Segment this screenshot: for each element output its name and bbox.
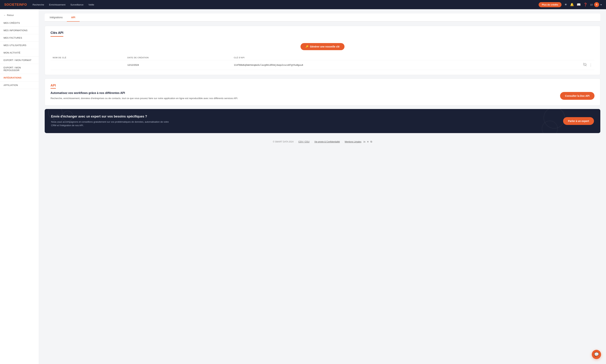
key-icon: 🔑 (305, 45, 308, 48)
main-content: Intégrations API Clés API 🔑 Générer une … (39, 9, 606, 364)
twitter-icon[interactable]: ✕ (367, 140, 369, 143)
col-date: DATE DE CRÉATION (125, 55, 232, 60)
footer-privacy[interactable]: Vie privée & Confidentialité (314, 141, 340, 143)
header-actions: Plus de crédits ☀ 🔔 📖 ❓ 10 S ▾ (539, 2, 602, 7)
api-keys-card: Clés API 🔑 Générer une nouvelle clé NOM … (45, 26, 600, 75)
sidebar: ← Retour MES CRÉDITS MES INFORMATIONS ME… (0, 9, 39, 364)
api-section-card: API Automatisez vos workflows grâce à no… (45, 78, 600, 105)
book-icon[interactable]: 📖 (577, 3, 581, 7)
bell-icon[interactable]: 🔔 (570, 3, 574, 7)
main-nav: Recherche Enrichissement Surveillance Ve… (33, 3, 539, 6)
hide-icon[interactable] (583, 63, 587, 67)
logo[interactable]: SOCIETEINFO (4, 3, 27, 7)
api-section-title: API (51, 84, 56, 89)
user-count: 10 (590, 3, 593, 6)
back-arrow-icon: ← (3, 14, 6, 16)
sidebar-item-informations[interactable]: MES INFORMATIONS (0, 27, 39, 34)
sidebar-item-activite[interactable]: MON ACTIVITÉ (0, 49, 39, 56)
table-row: 12/12/2024 114f60e6q5mmtmnqmokvlavg94idh… (51, 60, 594, 70)
chat-icon: 💬 (594, 352, 599, 357)
sidebar-item-export-format[interactable]: EXPORT / MON FORMAT (0, 56, 39, 64)
api-keys-title: Clés API (51, 31, 63, 37)
linkedin-icon[interactable]: in (363, 140, 365, 143)
sidebar-item-factures[interactable]: MES FACTURES (0, 34, 39, 42)
expert-button[interactable]: Parler à un expert (563, 117, 594, 125)
logo-text: SOCIETE (4, 3, 19, 6)
sidebar-item-utilisateurs[interactable]: MES UTILISATEURS (0, 42, 39, 49)
sidebar-item-integrations[interactable]: INTÉGRATIONS (0, 74, 39, 81)
layout: ← Retour MES CRÉDITS MES INFORMATIONS ME… (0, 9, 606, 364)
tab-api[interactable]: API (67, 13, 79, 22)
copyright: © SMART DATA 2024 (273, 141, 294, 143)
more-options-icon[interactable]: ⋮ (589, 63, 592, 67)
api-keys-table: NOM DE CLÉ DATE DE CRÉATION CLÉ D'API 12… (51, 55, 594, 70)
row-actions: ⋮ (540, 63, 592, 67)
col-key: CLÉ D'API (232, 55, 538, 60)
back-button[interactable]: ← Retour (0, 13, 39, 19)
api-section-content: Automatisez vos workflows grâce à nos di… (51, 91, 594, 100)
api-section-text: Recherche, enrichissement, données d'ent… (51, 96, 238, 100)
chevron-down-icon: ▾ (601, 3, 602, 6)
back-label: Retour (7, 14, 14, 16)
nav-enrichissement[interactable]: Enrichissement (49, 3, 66, 6)
generate-key-button[interactable]: 🔑 Générer une nouvelle clé (301, 43, 344, 50)
sun-icon[interactable]: ☀ (564, 3, 567, 7)
chat-bubble[interactable]: 💬 (592, 350, 601, 359)
banner-decoration-3 (62, 111, 73, 121)
slack-icon[interactable]: ⧉ (370, 140, 372, 143)
tabs-bar: Intégrations API (45, 13, 600, 22)
question-icon[interactable]: ❓ (583, 3, 587, 7)
banner-decoration-2 (53, 114, 62, 123)
nav-veille[interactable]: Veille (89, 3, 94, 6)
sidebar-item-export-repoussoir[interactable]: EXPORT / MON REPOUSSOIR (0, 64, 39, 74)
avatar: S (594, 2, 599, 7)
api-section-body: Automatisez vos workflows grâce à nos di… (51, 91, 238, 100)
key-name-cell (51, 60, 125, 70)
nav-recherche[interactable]: Recherche (33, 3, 44, 6)
nav-surveillance[interactable]: Surveillance (70, 3, 83, 6)
key-value-cell: 114f60e6q5mmtmnqmokvlavg94idhhmj4aqo2vuc… (232, 60, 538, 70)
api-section-heading: Automatisez vos workflows grâce à nos di… (51, 91, 238, 95)
col-name: NOM DE CLÉ (51, 55, 125, 60)
expert-banner: Envie d'échanger avec un expert sur vos … (45, 109, 600, 133)
user-menu[interactable]: 10 S ▾ (590, 2, 602, 7)
footer-cgv[interactable]: CGV / CGU (298, 141, 310, 143)
logo-accent: INFO (19, 3, 27, 6)
header: SOCIETEINFO Recherche Enrichissement Sur… (0, 0, 606, 9)
key-date-cell: 12/12/2024 (125, 60, 232, 70)
footer-mentions[interactable]: Mentions Légales (345, 141, 361, 143)
credits-button[interactable]: Plus de crédits (539, 2, 561, 7)
tab-integrations[interactable]: Intégrations (45, 13, 67, 22)
footer: © SMART DATA 2024 . CGV / CGU . Vie priv… (45, 137, 600, 147)
footer-social: in ✕ ⧉ (363, 140, 372, 143)
doc-api-button[interactable]: Consulter la Doc API (560, 92, 594, 100)
sidebar-item-credits[interactable]: MES CRÉDITS (0, 19, 39, 27)
sidebar-item-affiliation[interactable]: AFFILIATION (0, 81, 39, 89)
